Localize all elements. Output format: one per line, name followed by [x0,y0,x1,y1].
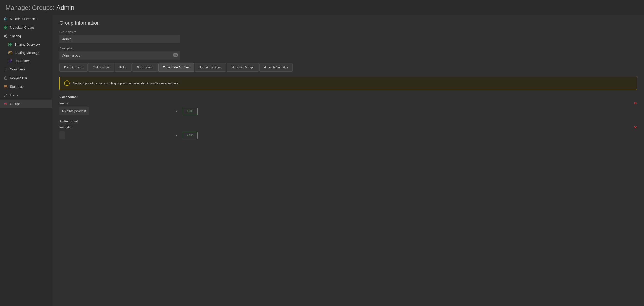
svg-rect-11 [10,43,12,44]
svg-point-28 [5,94,6,95]
svg-rect-1 [4,26,6,27]
video-format-add-button[interactable]: ADD [182,108,198,115]
sidebar-item-list-shares[interactable]: List Shares [0,57,52,65]
video-format-dropdown-row: My strangs format ADD [60,107,637,115]
sidebar-item-label-sharing-message: Sharing Message [14,51,39,55]
audio-format-item-name: lowaudio [60,126,71,129]
svg-rect-13 [10,45,12,46]
sidebar-item-sharing-overview[interactable]: Sharing Overview [0,41,52,49]
sidebar-item-label-metadata-groups: Metadata Groups [10,26,34,29]
sidebar-item-label-comments: Comments [10,68,26,71]
tab-permissions[interactable]: Permissions [132,63,158,72]
svg-rect-4 [6,28,7,29]
tab-transcode-profiles[interactable]: Transcode Profiles [158,63,194,72]
sidebar-item-metadata-elements[interactable]: Metadata Elements [0,15,52,23]
svg-point-5 [6,35,7,36]
info-box: i Media ingested by users in this group … [60,77,637,90]
message-icon [8,51,12,55]
svg-point-6 [4,36,5,37]
audio-format-dropdown-row: ADD [60,131,637,139]
info-icon: i [64,81,70,86]
svg-point-7 [6,37,7,38]
list-icon [8,59,12,63]
sidebar-item-label-metadata-elements: Metadata Elements [10,17,38,21]
svg-rect-21 [4,77,7,79]
audio-format-section: Audio format lowaudio ✕ ADD [60,120,637,139]
video-format-section: Video format lowres ✕ My strangs format … [60,95,637,115]
main-content: Group Information Group Name: Descriptio… [52,15,644,306]
sidebar-item-comments[interactable]: Comments [0,65,52,74]
storage-icon [4,85,8,89]
audio-format-title: Audio format [60,120,637,123]
sidebar: Metadata Elements Metadata Groups [0,15,52,306]
video-format-title: Video format [60,95,637,99]
svg-rect-27 [4,87,7,88]
description-field: Description: [60,47,637,60]
audio-format-item-row: lowaudio ✕ [60,125,637,130]
video-format-remove-button[interactable]: ✕ [634,101,637,105]
video-format-dropdown-wrapper: My strangs format [60,107,180,115]
overview-icon [8,43,12,47]
sidebar-item-label-groups: Groups [10,102,20,106]
section-title: Group Information [60,20,637,26]
svg-rect-2 [6,26,7,27]
tab-child-groups[interactable]: Child groups [88,63,114,72]
tab-parent-groups[interactable]: Parent groups [60,63,88,72]
audio-format-dropdown[interactable] [60,131,65,139]
share-icon [4,34,8,38]
sidebar-item-sharing-message[interactable]: Sharing Message [0,49,52,57]
svg-rect-12 [9,45,10,46]
svg-point-29 [4,103,6,104]
sidebar-item-storages[interactable]: Storages [0,82,52,91]
tab-export-locations[interactable]: Export Locations [194,63,226,72]
sidebar-item-label-recycle-bin: Recycle Bin [10,76,27,80]
svg-point-18 [11,60,12,61]
description-input[interactable] [60,51,180,60]
svg-line-8 [5,35,6,36]
svg-rect-10 [9,43,10,44]
svg-line-9 [5,36,6,37]
group-name-field: Group Name: [60,31,637,43]
video-format-item-name: lowres [60,101,68,105]
svg-rect-3 [4,28,6,29]
comments-icon [4,67,8,71]
description-label: Description: [60,47,637,50]
group-name-input[interactable] [60,35,180,43]
sidebar-item-sharing[interactable]: Sharing [0,32,52,41]
info-box-text: Media ingested by users in this group wi… [73,82,179,85]
sidebar-item-groups[interactable]: Groups [0,100,52,108]
user-icon [4,93,8,97]
layers-icon [4,17,8,21]
page-title: Manage: Groups: Admin [0,0,644,15]
sidebar-item-label-sharing: Sharing [10,34,21,38]
tab-roles[interactable]: Roles [115,63,132,72]
group-icon [4,102,8,106]
audio-format-remove-button[interactable]: ✕ [634,125,637,130]
sidebar-item-recycle-bin[interactable]: Recycle Bin [0,74,52,82]
sidebar-item-label-sharing-overview: Sharing Overview [14,43,40,46]
description-input-wrapper [60,51,180,60]
sidebar-item-label-storages: Storages [10,85,23,88]
sidebar-item-label-users: Users [10,93,18,97]
sidebar-item-metadata-groups[interactable]: Metadata Groups [0,23,52,32]
svg-point-30 [6,103,7,104]
svg-rect-20 [4,68,7,70]
tab-group-information[interactable]: Group Information [259,63,293,72]
grid-icon [4,26,8,30]
sidebar-item-users[interactable]: Users [0,91,52,100]
description-icon [174,54,178,58]
svg-rect-26 [4,86,7,86]
svg-marker-0 [4,18,7,19]
trash-icon [4,76,8,80]
sidebar-item-label-list-shares: List Shares [14,59,30,63]
audio-format-dropdown-wrapper [60,131,180,139]
video-format-item-row: lowres ✕ [60,101,637,105]
audio-format-add-button[interactable]: ADD [182,132,198,139]
group-name-label: Group Name: [60,31,637,34]
tabs-bar: Parent groups Child groups Roles Permiss… [60,63,637,72]
video-format-dropdown[interactable]: My strangs format [60,107,89,115]
tab-metadata-groups[interactable]: Metadata Groups [227,63,259,72]
